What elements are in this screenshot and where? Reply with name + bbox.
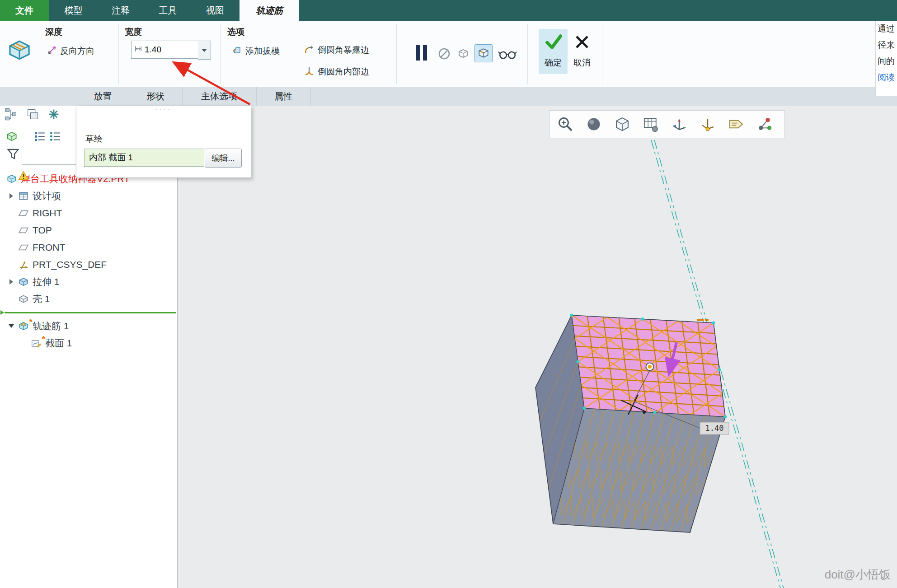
reverse-direction-button[interactable]: 反向方向 [47,44,94,58]
tree-filter-input[interactable] [22,147,78,165]
csys-icon [18,259,29,270]
model-tree: 焊台工具收纳神器V2.PRT设计项RIGHTTOPFRONTPRT_CSYS_D… [0,170,177,352]
sketch-collector-field[interactable]: 内部 截面 1 [84,149,204,167]
cancel-x-icon [573,33,591,52]
round-internal-edges-icon [304,65,315,79]
tree-item[interactable]: 设计项 [0,187,177,205]
rib-icon: * [18,321,29,331]
round-exposed-edges-icon [304,44,315,57]
pause-button[interactable] [415,44,428,63]
tree-item[interactable]: *轨迹筋 1 [0,317,177,335]
dashboard-tab-strip: 放置 形状 主体选项 属性 [0,87,897,106]
tab-placement[interactable]: 放置 [77,87,129,106]
design-items-icon [18,191,29,201]
panel-drag-handle[interactable]: ···· [76,106,251,112]
part-icon [6,173,17,184]
warning-icon [18,170,26,177]
edit-button[interactable]: 编辑... [205,149,242,168]
ribbon: 深度 反向方向 宽度 1.40 选项 添加拔模 倒圆角暴露边 倒圆角内部边 [0,21,897,87]
options-group-label: 选项 [227,26,244,38]
read-more-link[interactable]: 阅读 [876,70,897,86]
unattached-preview-toggle[interactable] [457,48,469,61]
menu-model[interactable]: 模型 [51,0,96,21]
tree-settings-icon[interactable] [47,107,61,121]
sketch-icon: * [31,338,42,349]
menu-view[interactable]: 视图 [193,0,238,21]
display-style-icon[interactable] [612,114,633,135]
tree-collapse-arrow[interactable] [6,324,16,328]
extrude-icon [18,276,29,287]
glasses-preview-icon[interactable] [498,49,517,62]
attached-preview-toggle[interactable] [474,44,493,62]
round-internal-edges-button[interactable]: 倒圆角内部边 [304,65,369,79]
width-dropdown-button[interactable] [198,41,211,60]
reverse-direction-icon [47,45,57,57]
saved-orientations-icon[interactable] [669,114,690,135]
placement-panel: ···· 草绘 内部 截面 1 编辑... [76,106,251,178]
tree-item[interactable]: 拉伸 1 [0,273,177,290]
graphics-area[interactable] [178,106,897,588]
zoom-icon[interactable] [555,114,576,135]
in-graphics-toolbar [549,110,785,138]
add-draft-icon [231,45,242,58]
ok-button[interactable]: 确定 [539,29,568,74]
round-exposed-edges-button[interactable]: 倒圆角暴露边 [304,43,369,57]
watermark: doit@小悟饭 [825,567,891,583]
ok-check-icon [544,32,564,53]
shell-icon [18,294,29,304]
tab-shape[interactable]: 形状 [129,87,183,106]
sketch-label: 草绘 [85,133,103,145]
tab-body-options[interactable]: 主体选项 [182,87,257,106]
insertion-indicator[interactable] [0,308,177,317]
shaded-sphere-icon[interactable] [583,114,604,135]
filter-funnel-icon[interactable] [6,147,20,161]
tree-expand-arrow[interactable] [6,279,16,285]
creo-window: 文件 模型 注释 工具 视图 轨迹筋 深度 反向方向 宽度 1.40 选项 添 [0,0,897,588]
show-green-cube-icon[interactable] [5,130,19,144]
tree-item[interactable]: 壳 1 [0,290,177,308]
width-group-label: 宽度 [125,26,142,38]
width-input[interactable]: 1.40 [131,41,198,59]
cancel-button[interactable]: 取消 [568,29,596,74]
svg-text:1.40: 1.40 [705,424,724,433]
tree-item[interactable]: PRT_CSYS_DEF [0,256,177,273]
trajectory-rib-feature-icon [6,37,33,63]
tree-item[interactable]: RIGHT [0,205,177,222]
view-graph-icon[interactable] [754,114,775,135]
add-draft-button[interactable]: 添加拔模 [231,44,280,58]
clipped-help-tooltip: 通过 径来 间的 阅读 [875,21,897,96]
cascade-windows-icon[interactable] [26,107,39,121]
menu-tools[interactable]: 工具 [145,0,190,21]
tree-structure-icon[interactable] [5,107,18,121]
menu-file[interactable]: 文件 [0,0,49,21]
tree-detail-list-icon[interactable] [49,130,62,144]
menubar: 文件 模型 注释 工具 视图 轨迹筋 [0,0,897,21]
tree-expand-arrow[interactable] [6,193,16,199]
no-preview-button[interactable] [437,47,451,62]
model-tree-panel: 焊台工具收纳神器V2.PRT设计项RIGHTTOPFRONTPRT_CSYS_D… [0,106,178,588]
annotation-display-icon[interactable] [726,114,747,135]
width-drag-handle[interactable] [646,363,654,371]
tree-item[interactable]: TOP [0,222,177,239]
width-spinner-icon [134,45,142,55]
datum-plane-icon [18,225,29,236]
tree-item[interactable]: FRONT [0,239,177,256]
tree-list-icon[interactable] [33,130,47,144]
dimension-label[interactable]: 1.40 [700,422,729,434]
modified-marker: * [42,334,45,344]
datum-display-icon[interactable] [640,114,661,135]
depth-group-label: 深度 [45,26,62,38]
modified-marker: * [29,317,33,327]
tree-item[interactable]: *截面 1 [0,335,177,352]
tab-trajectory-rib[interactable]: 轨迹筋 [240,0,299,21]
datum-plane-icon [18,242,29,253]
csys-display-icon[interactable] [697,114,718,135]
datum-plane-icon [18,208,29,219]
tab-properties[interactable]: 属性 [256,87,311,106]
menu-annotate[interactable]: 注释 [98,0,143,21]
